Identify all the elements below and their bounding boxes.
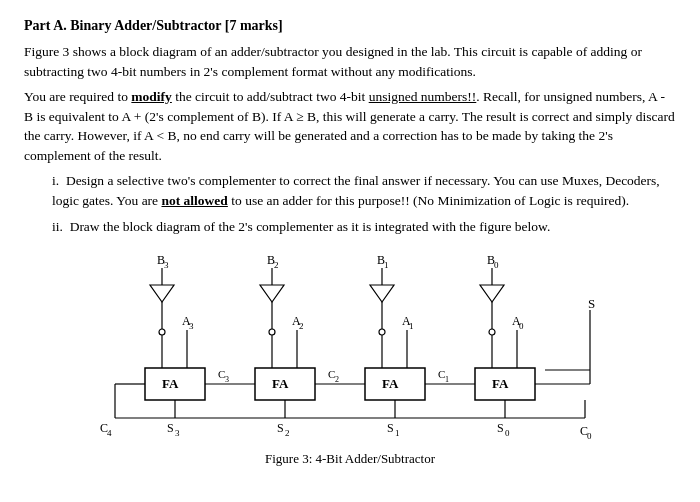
- paragraph-2: You are required to modify the circuit t…: [24, 87, 676, 165]
- a0-subscript: 0: [519, 321, 524, 331]
- item-i-post: to use an adder for this purpose!! (No M…: [228, 193, 629, 208]
- paragraph-1: Figure 3 shows a block diagram of an add…: [24, 42, 676, 81]
- s2-label: S: [277, 421, 284, 435]
- p2-underline: unsigned numbers!!: [369, 89, 477, 104]
- s2-subscript: 2: [285, 428, 290, 438]
- b3-gate: [150, 285, 174, 302]
- p2-mid: the circuit to add/subtract two 4-bit: [172, 89, 369, 104]
- fa1-label: FA: [382, 376, 399, 391]
- b1-gate: [370, 285, 394, 302]
- s1-subscript: 1: [395, 428, 400, 438]
- b3-gate-circle: [159, 329, 165, 335]
- a1-subscript: 1: [409, 321, 414, 331]
- s3-subscript: 3: [175, 428, 180, 438]
- fa0-label: FA: [492, 376, 509, 391]
- list-item-i: i. Design a selective two's complementer…: [52, 171, 676, 210]
- item-i-bold: not allowed: [161, 193, 227, 208]
- b0-subscript: 0: [494, 260, 499, 270]
- c4-subscript: 4: [107, 428, 112, 438]
- c0-subscript: 0: [587, 431, 592, 441]
- b2-gate: [260, 285, 284, 302]
- figure-area: S FA FA FA FA B 3 B 2: [24, 250, 676, 467]
- c3-subscript: 3: [225, 375, 229, 384]
- b2-subscript: 2: [274, 260, 279, 270]
- b2-gate-circle: [269, 329, 275, 335]
- part-title: Part A. Binary Adder/Subtractor [7 marks…: [24, 18, 676, 34]
- p2-pre: You are required to: [24, 89, 131, 104]
- list-item-ii: ii. Draw the block diagram of the 2's co…: [52, 217, 676, 237]
- b1-subscript: 1: [384, 260, 389, 270]
- c2-subscript: 2: [335, 375, 339, 384]
- s0-subscript: 0: [505, 428, 510, 438]
- a2-subscript: 2: [299, 321, 304, 331]
- p2-modify: modify: [131, 89, 172, 104]
- s-label: S: [588, 296, 595, 311]
- c1-subscript: 1: [445, 375, 449, 384]
- circuit-diagram: S FA FA FA FA B 3 B 2: [90, 250, 610, 445]
- b0-gate-circle: [489, 329, 495, 335]
- list: i. Design a selective two's complementer…: [52, 171, 676, 236]
- s1-label: S: [387, 421, 394, 435]
- fa3-label: FA: [162, 376, 179, 391]
- s3-label: S: [167, 421, 174, 435]
- b3-subscript: 3: [164, 260, 169, 270]
- b0-gate: [480, 285, 504, 302]
- fa2-label: FA: [272, 376, 289, 391]
- a3-subscript: 3: [189, 321, 194, 331]
- b1-gate-circle: [379, 329, 385, 335]
- s0-label: S: [497, 421, 504, 435]
- figure-caption: Figure 3: 4-Bit Adder/Subtractor: [265, 451, 435, 467]
